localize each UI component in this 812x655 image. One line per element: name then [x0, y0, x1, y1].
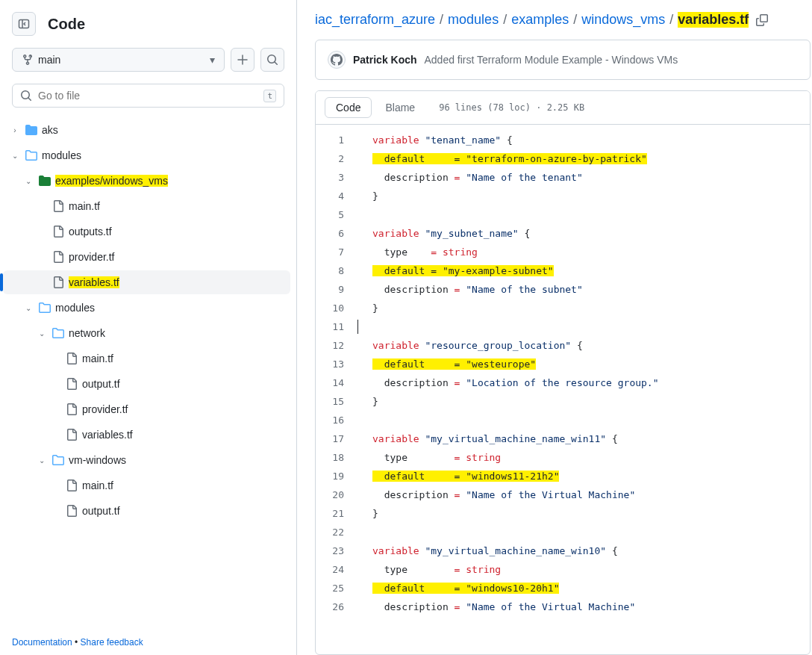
- line-number[interactable]: 24: [316, 560, 344, 579]
- tree-file[interactable]: main.tf: [3, 347, 290, 370]
- file-icon: [52, 200, 64, 212]
- code-line[interactable]: description = "Name of the subnet": [357, 280, 810, 299]
- line-number[interactable]: 7: [316, 243, 344, 261]
- tree-label: examples/windows_vms: [55, 175, 168, 187]
- code-line[interactable]: variable "my_virtual_machine_name_win11"…: [357, 429, 810, 448]
- code-line[interactable]: type = string: [357, 560, 810, 579]
- code-line[interactable]: [357, 411, 810, 429]
- gotofile-input[interactable]: t: [12, 84, 284, 108]
- line-number[interactable]: 16: [316, 411, 344, 429]
- tree-file[interactable]: output.tf: [3, 499, 290, 523]
- tree-file[interactable]: main.tf: [3, 194, 290, 218]
- folder-icon: [25, 149, 37, 161]
- tree-file[interactable]: output.tf: [3, 372, 290, 396]
- tree-file[interactable]: variables.tf: [3, 270, 290, 294]
- code-line[interactable]: }: [357, 187, 810, 205]
- code-body[interactable]: 1234567891011121314151617181920212223242…: [316, 125, 810, 654]
- line-number[interactable]: 8: [316, 261, 344, 280]
- code-line[interactable]: variable "tenant_name" {: [357, 131, 810, 149]
- copy-path-button[interactable]: [756, 14, 768, 26]
- file-icon: [66, 429, 78, 441]
- tree-file[interactable]: provider.tf: [3, 245, 290, 269]
- code-line[interactable]: }: [357, 299, 810, 317]
- line-number[interactable]: 3: [316, 168, 344, 187]
- line-number[interactable]: 11: [316, 317, 344, 336]
- code-line[interactable]: type = string: [357, 243, 810, 261]
- file-tree[interactable]: ›aks⌄modules⌄examples/windows_vmsmain.tf…: [0, 114, 296, 630]
- tree-label: aks: [42, 124, 58, 136]
- line-number[interactable]: 4: [316, 187, 344, 205]
- line-number[interactable]: 20: [316, 485, 344, 504]
- code-line[interactable]: description = "Name of the Virtual Machi…: [357, 597, 810, 616]
- line-number[interactable]: 25: [316, 579, 344, 597]
- documentation-link[interactable]: Documentation: [12, 637, 72, 648]
- line-number[interactable]: 6: [316, 224, 344, 243]
- tree-folder[interactable]: ⌄modules: [3, 296, 290, 320]
- code-line[interactable]: default = "terraform-on-azure-by-patrick…: [357, 149, 810, 168]
- folder-icon: [39, 175, 51, 187]
- code-line[interactable]: }: [357, 392, 810, 411]
- line-number[interactable]: 9: [316, 280, 344, 299]
- chevron-icon: ⌄: [9, 152, 21, 160]
- tree-file[interactable]: variables.tf: [3, 423, 290, 447]
- code-line[interactable]: default = "my-example-subnet": [357, 261, 810, 280]
- tab-code[interactable]: Code: [325, 97, 372, 118]
- line-number[interactable]: 21: [316, 504, 344, 523]
- file-icon: [66, 378, 78, 390]
- line-number[interactable]: 18: [316, 448, 344, 467]
- tree-file[interactable]: main.tf: [3, 474, 290, 497]
- line-number[interactable]: 14: [316, 373, 344, 392]
- line-number[interactable]: 22: [316, 523, 344, 541]
- breadcrumb-link[interactable]: windows_vms: [581, 12, 665, 28]
- line-number[interactable]: 1: [316, 131, 344, 149]
- code-line[interactable]: default = "windows11-21h2": [357, 467, 810, 485]
- code-line[interactable]: type = string: [357, 448, 810, 467]
- tree-folder[interactable]: ⌄network: [3, 321, 290, 345]
- tab-blame[interactable]: Blame: [375, 98, 425, 117]
- line-number[interactable]: 26: [316, 597, 344, 616]
- tree-file[interactable]: provider.tf: [3, 397, 290, 421]
- kbd-hint: t: [263, 90, 276, 102]
- line-number[interactable]: 13: [316, 355, 344, 373]
- code-line[interactable]: description = "Location of the resource …: [357, 373, 810, 392]
- line-number[interactable]: 15: [316, 392, 344, 411]
- file-icon: [66, 403, 78, 415]
- branch-dropdown[interactable]: main ▾: [12, 48, 225, 72]
- collapse-sidebar-button[interactable]: [12, 12, 36, 36]
- tree-label: network: [69, 327, 105, 339]
- line-number[interactable]: 17: [316, 429, 344, 448]
- code-line[interactable]: default = "westeurope": [357, 355, 810, 373]
- tree-file[interactable]: outputs.tf: [3, 220, 290, 243]
- line-number[interactable]: 19: [316, 467, 344, 485]
- breadcrumb-link[interactable]: modules: [448, 12, 499, 28]
- tree-folder[interactable]: ⌄examples/windows_vms: [3, 169, 290, 193]
- tree-label: provider.tf: [69, 251, 114, 263]
- tree-folder[interactable]: ⌄vm-windows: [3, 448, 290, 472]
- search-button[interactable]: [260, 48, 284, 72]
- breadcrumb-link[interactable]: iac_terraform_azure: [315, 12, 435, 28]
- code-line[interactable]: [357, 523, 810, 541]
- chevron-icon: ⌄: [36, 329, 48, 338]
- line-number[interactable]: 5: [316, 205, 344, 224]
- code-line[interactable]: variable "my_subnet_name" {: [357, 224, 810, 243]
- line-number[interactable]: 10: [316, 299, 344, 317]
- add-button[interactable]: [231, 48, 254, 72]
- code-line[interactable]: description = "Name of the tenant": [357, 168, 810, 187]
- tree-folder[interactable]: ›aks: [3, 118, 290, 142]
- tree-folder[interactable]: ⌄modules: [3, 143, 290, 167]
- line-number[interactable]: 23: [316, 541, 344, 560]
- code-line[interactable]: }: [357, 504, 810, 523]
- code-line[interactable]: description = "Name of the Virtual Machi…: [357, 485, 810, 504]
- code-line[interactable]: variable "resource_group_location" {: [357, 336, 810, 355]
- commit-author[interactable]: Patrick Koch: [353, 54, 417, 66]
- line-number[interactable]: 12: [316, 336, 344, 355]
- commit-message[interactable]: Added first Terraform Module Example - W…: [424, 54, 678, 66]
- gotofile-field[interactable]: [38, 90, 257, 102]
- code-line[interactable]: default = "windows10-20h1": [357, 579, 810, 597]
- code-line[interactable]: [357, 317, 810, 336]
- breadcrumb-link[interactable]: examples: [511, 12, 569, 28]
- line-number[interactable]: 2: [316, 149, 344, 168]
- code-line[interactable]: [357, 205, 810, 224]
- code-line[interactable]: variable "my_virtual_machine_name_win10"…: [357, 541, 810, 560]
- feedback-link[interactable]: Share feedback: [81, 637, 143, 648]
